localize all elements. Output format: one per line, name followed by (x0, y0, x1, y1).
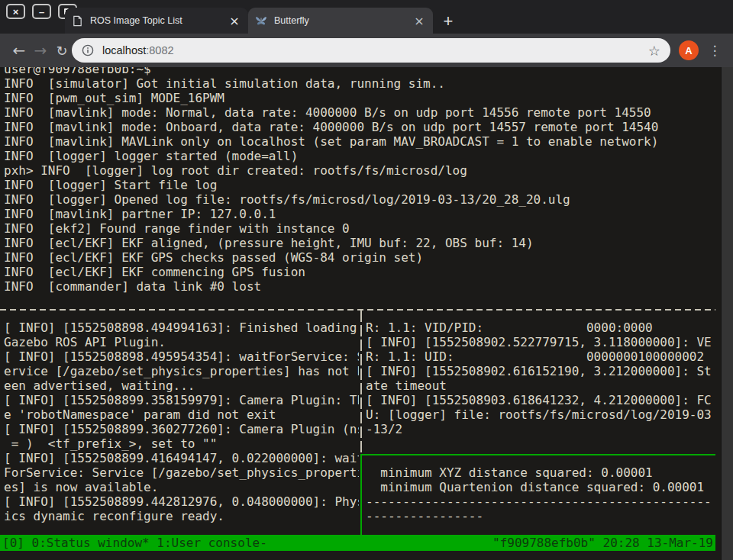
tmux-gazebo-pane[interactable]: [ INFO] [1552508898.494994163]: Finished… (4, 320, 359, 523)
terminal-line: INFO [mavlink] mode: Normal, data rate: … (4, 105, 714, 120)
terminal-line: INFO [logger] Opened log file: rootfs/fs… (4, 192, 714, 207)
page-info-icon[interactable] (82, 44, 94, 56)
terminal-line: [ INFO] [1552508903.618641232, 4.2120000… (366, 393, 714, 407)
terminal-line: [ INFO] [1552508898.494994163]: Finished… (4, 320, 359, 335)
terminal-line: e 'robotNamespace' param did not exit (4, 407, 359, 422)
terminal-line: [ INFO] [1552508902.522779715, 3.1180000… (366, 335, 714, 349)
terminal-line: INFO [ecl/EKF] EKF GPS checks passed (WG… (4, 250, 714, 265)
terminal-line: R: 1.1: UID: 0000000100000002 (366, 349, 714, 364)
terminal-line: [ INFO] [1552508899.358159979]: Camera P… (4, 393, 359, 407)
terminal-line: U: [logger] file: rootfs/fs/microsd/log/… (366, 407, 714, 422)
terminal-line: ---------------- (366, 509, 714, 523)
tmux-status-host-time: "f909788efb0b" 20:28 13-Mar-19 (492, 535, 713, 551)
terminal-line: minimum XYZ distance squared: 0.00001 (366, 465, 714, 480)
tmux-pane-divider-horizontal (0, 309, 715, 311)
terminal-line: INFO [pwm_out_sim] MODE_16PWM (4, 91, 714, 105)
terminal-line: minimum Quartenion distance squared: 0.0… (366, 480, 714, 494)
terminal-line: es] is now available. (4, 480, 359, 494)
url-port: :8082 (146, 44, 173, 56)
tmux-mavros-pane[interactable]: R: 1.1: VID/PID: 0000:0000[ INFO] [15525… (366, 320, 714, 436)
terminal-line: [ INFO] [1552508899.442812976, 0.0480000… (4, 494, 359, 509)
back-icon[interactable]: ← (9, 34, 29, 67)
terminal-line: user@f909788efb0b:~$ (4, 67, 714, 76)
terminal-line: INFO [ekf2] Found range finder with inst… (4, 221, 714, 236)
tmux-pane-divider-vertical-active (360, 454, 362, 535)
terminal-line: een advertised, waiting... (4, 378, 359, 393)
terminal-line: Gazebo ROS API Plugin. (4, 335, 359, 349)
terminal-line: INFO [logger] logger started (mode=all) (4, 149, 714, 163)
profile-avatar[interactable]: A (679, 40, 699, 60)
terminal-line: INFO [ecl/EKF] EKF aligned, (pressure he… (4, 236, 714, 250)
web-terminal[interactable]: user@f909788efb0b:~$INFO [simulator] Got… (0, 67, 733, 560)
terminal-line: [ INFO] [1552508898.495954354]: waitForS… (4, 349, 359, 364)
terminal-line: = ) <tf_prefix_>, set to "" (4, 436, 359, 451)
page-scrollbar[interactable] (721, 67, 733, 560)
terminal-line: INFO [mavlink] partner IP: 127.0.0.1 (4, 207, 714, 221)
tab-title: ROS Image Topic List (90, 15, 228, 26)
terminal-line: ics dynamic reconfigure ready. (4, 509, 359, 523)
tab-strip: × – ROS Image Topic List × (0, 0, 733, 34)
terminal-line: ForService: Service [/gazebo/set_physics… (4, 465, 359, 480)
terminal-line: [ INFO] [1552508899.360277260]: Camera P… (4, 422, 359, 436)
tmux-pane-divider-active (362, 454, 715, 455)
window-minimize-button[interactable]: – (32, 4, 51, 19)
tmux-active-pane[interactable]: minimum XYZ distance squared: 0.00001 mi… (366, 465, 714, 523)
butterfly-icon (255, 15, 267, 27)
tab-close-icon[interactable]: × (228, 14, 241, 27)
terminal-line: [ INFO] [1552508899.416494147, 0.0220000… (4, 451, 359, 465)
terminal-line: INFO [mavlink] MAVLink only on localhost… (4, 134, 714, 149)
terminal-line: -13/2 (366, 422, 714, 436)
terminal-line: INFO [commander] data link #0 lost (4, 279, 714, 294)
tmux-status-windows: [0] 0:Status window* 1:User console- (2, 535, 267, 551)
terminal-line: INFO [logger] Start file log (4, 178, 714, 192)
forward-icon[interactable]: → (31, 34, 50, 67)
document-icon (72, 15, 83, 27)
terminal-line: INFO [simulator] Got initial simulation … (4, 76, 714, 91)
terminal-line: pxh> INFO [logger] log root dir created:… (4, 163, 714, 178)
tmux-status-bar: [0] 0:Status window* 1:User console- "f9… (0, 535, 715, 551)
tmux-pane-divider-vertical (360, 311, 362, 454)
terminal-line: R: 1.1: VID/PID: 0000:0000 (366, 320, 714, 335)
reload-icon[interactable]: ↻ (52, 34, 72, 67)
terminal-line: ate timeout (366, 378, 714, 393)
browser-window: × – ROS Image Topic List × (0, 0, 733, 560)
tab-ros-image-topic-list[interactable]: ROS Image Topic List × (65, 8, 248, 34)
terminal-line: INFO [mavlink] mode: Onboard, data rate:… (4, 120, 714, 134)
terminal-line: INFO [ecl/EKF] EKF commencing GPS fusion (4, 265, 714, 279)
bookmark-star-icon[interactable]: ☆ (648, 43, 660, 59)
window-close-button[interactable]: × (6, 4, 25, 19)
url-host: localhost (102, 44, 146, 56)
tab-close-icon[interactable]: × (412, 14, 426, 27)
terminal-line: ervice [/gazebo/set_physics_properties] … (4, 364, 359, 378)
address-bar[interactable]: localhost:8082 ☆ (72, 38, 670, 63)
terminal-line: [ INFO] [1552508902.616152190, 3.2120000… (366, 364, 714, 378)
url-text: localhost:8082 (102, 44, 174, 56)
terminal-line: ----------------------------------------… (366, 494, 714, 509)
tab-butterfly[interactable]: Butterfly × (248, 8, 433, 34)
tab-title: Butterfly (274, 15, 412, 26)
tmux-top-pane[interactable]: user@f909788efb0b:~$INFO [simulator] Got… (4, 67, 714, 294)
new-tab-button[interactable]: + (438, 11, 458, 31)
browser-menu-icon[interactable]: ⋮ (706, 34, 724, 67)
browser-toolbar: ← → ↻ localhost:8082 ☆ A ⋮ (0, 34, 733, 67)
